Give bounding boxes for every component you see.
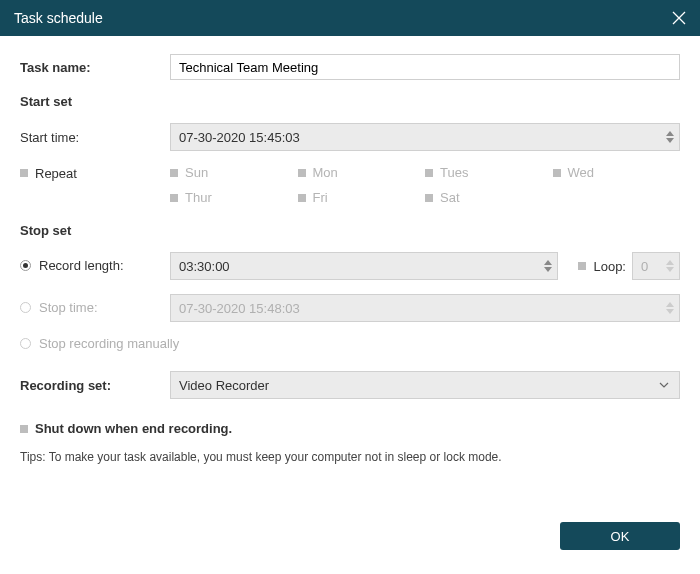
- day-fri-label: Fri: [313, 190, 328, 205]
- record-length-input[interactable]: 03:30:00: [170, 252, 558, 280]
- checkbox-icon: [170, 194, 178, 202]
- recording-set-value: Video Recorder: [179, 378, 269, 393]
- stop-time-radio[interactable]: Stop time:: [20, 300, 98, 315]
- spinner-icon[interactable]: [661, 301, 679, 315]
- checkbox-icon: [425, 194, 433, 202]
- stop-manual-label: Stop recording manually: [39, 336, 179, 351]
- record-length-radio[interactable]: Record length:: [20, 258, 124, 273]
- day-mon-label: Mon: [313, 165, 338, 180]
- repeat-checkbox[interactable]: Repeat: [20, 166, 77, 181]
- stop-time-input[interactable]: 07-30-2020 15:48:03: [170, 294, 680, 322]
- shutdown-checkbox[interactable]: Shut down when end recording.: [20, 421, 232, 436]
- checkbox-icon: [20, 169, 28, 177]
- day-thur-label: Thur: [185, 190, 212, 205]
- day-tues-checkbox[interactable]: Tues: [425, 165, 553, 180]
- chevron-down-icon: [659, 382, 669, 388]
- checkbox-icon: [298, 169, 306, 177]
- checkbox-icon: [425, 169, 433, 177]
- task-name-label: Task name:: [20, 60, 170, 75]
- window-title: Task schedule: [14, 10, 103, 26]
- stop-time-label: Stop time:: [39, 300, 98, 315]
- titlebar: Task schedule: [0, 0, 700, 36]
- checkbox-icon: [553, 169, 561, 177]
- day-sun-checkbox[interactable]: Sun: [170, 165, 298, 180]
- close-icon[interactable]: [672, 11, 686, 25]
- checkbox-icon: [578, 262, 586, 270]
- checkbox-icon: [170, 169, 178, 177]
- start-time-label: Start time:: [20, 130, 170, 145]
- radio-icon: [20, 338, 31, 349]
- day-sat-label: Sat: [440, 190, 460, 205]
- loop-label: Loop:: [593, 259, 626, 274]
- day-sat-checkbox[interactable]: Sat: [425, 190, 553, 205]
- stop-set-heading: Stop set: [20, 223, 680, 238]
- recording-set-label: Recording set:: [20, 378, 170, 393]
- tips-text: Tips: To make your task available, you m…: [20, 450, 680, 464]
- checkbox-icon: [298, 194, 306, 202]
- day-fri-checkbox[interactable]: Fri: [298, 190, 426, 205]
- day-wed-label: Wed: [568, 165, 595, 180]
- task-name-input[interactable]: [170, 54, 680, 80]
- start-time-input[interactable]: 07-30-2020 15:45:03: [170, 123, 680, 151]
- start-set-heading: Start set: [20, 94, 680, 109]
- loop-value: 0: [641, 259, 648, 274]
- recording-set-select[interactable]: Video Recorder: [170, 371, 680, 399]
- ok-button[interactable]: OK: [560, 522, 680, 550]
- day-wed-checkbox[interactable]: Wed: [553, 165, 681, 180]
- radio-icon: [20, 260, 31, 271]
- stop-time-value: 07-30-2020 15:48:03: [179, 301, 300, 316]
- dialog-content: Task name: Start set Start time: 07-30-2…: [0, 36, 700, 474]
- repeat-label: Repeat: [35, 166, 77, 181]
- spinner-icon[interactable]: [539, 259, 557, 273]
- record-length-label: Record length:: [39, 258, 124, 273]
- day-tues-label: Tues: [440, 165, 468, 180]
- start-time-value: 07-30-2020 15:45:03: [179, 130, 300, 145]
- day-mon-checkbox[interactable]: Mon: [298, 165, 426, 180]
- day-thur-checkbox[interactable]: Thur: [170, 190, 298, 205]
- radio-icon: [20, 302, 31, 313]
- spinner-icon[interactable]: [661, 130, 679, 144]
- loop-checkbox[interactable]: Loop:: [578, 259, 626, 274]
- stop-manual-radio[interactable]: Stop recording manually: [20, 336, 179, 351]
- record-length-value: 03:30:00: [179, 259, 230, 274]
- loop-input[interactable]: 0: [632, 252, 680, 280]
- shutdown-label: Shut down when end recording.: [35, 421, 232, 436]
- day-sun-label: Sun: [185, 165, 208, 180]
- checkbox-icon: [20, 425, 28, 433]
- spinner-icon[interactable]: [661, 259, 679, 273]
